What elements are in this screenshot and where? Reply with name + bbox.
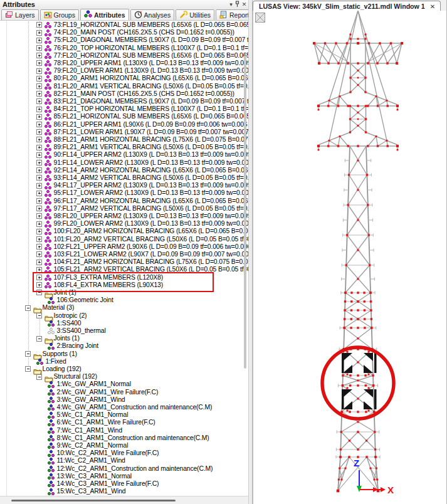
expand-toggle-plus-icon[interactable]: [36, 45, 42, 51]
expand-toggle-minus-icon[interactable]: [25, 366, 31, 372]
close-icon[interactable]: ✕: [241, 1, 248, 8]
tree-item[interactable]: 108:FL4_EXTRA MEMBERS (L90X13): [8, 281, 242, 289]
tab-groups[interactable]: Groups: [40, 9, 79, 20]
tree-item[interactable]: 94:FL17_UPPER ARM2 (L130X9 (L D=0.13 B=0…: [8, 182, 242, 189]
tree-folder[interactable]: Structural (192): [8, 373, 242, 381]
model-view-area[interactable]: ZX: [253, 11, 447, 504]
tree-item[interactable]: 90:FL14_UPPER ARM2 (L130X9 (L D=0.13 B=0…: [8, 151, 242, 159]
tree-item[interactable]: 6:Wc_C1_ARM1_Wire Failure(F.C): [8, 419, 242, 426]
tree-item[interactable]: 5:Wc_C1_ARM1_Normal: [8, 411, 242, 419]
tree-item[interactable]: 14:Wc_C3_ARM1_Wire Failure(F.C): [8, 480, 242, 488]
tree-item[interactable]: 101:FL20_ARM2 VERTICAL BRACING (L50X6 (L…: [8, 236, 242, 243]
expand-toggle-plus-icon[interactable]: [36, 122, 42, 127]
tree-item[interactable]: 1:Fixed: [8, 358, 242, 365]
tree-folder[interactable]: Supports (1): [8, 350, 242, 358]
tree-item[interactable]: 86:FL21_UPPER ARM1 (L90X6 (L D=0.09 B=0.…: [8, 121, 242, 129]
tree-item[interactable]: 103:FL21_LOWER ARM2 (L90X7 (L D=0.09 B=0…: [8, 251, 242, 258]
tree-item[interactable]: 107:FL3_EXTRA MEMBERS (L120X8): [8, 274, 242, 281]
tree-item[interactable]: 3:SS400_thermal: [8, 327, 242, 335]
tree-item[interactable]: 105:FL21_ARM2 VERTICAL BRACING (L50X6 (L…: [8, 266, 242, 273]
view-tab[interactable]: LUSAS View: 345kV_Slim_static_v211.mdl W…: [253, 1, 441, 11]
pane-splitter[interactable]: [248, 0, 253, 504]
tree-folder[interactable]: Isotropic (2): [8, 312, 242, 320]
tree-item[interactable]: 99:FL20_LOWER ARM2 (L130X9 (L D=0.13 B=0…: [8, 220, 242, 228]
tree-item[interactable]: 76:FL20_TOP HORIZONTAL MEMBERS (L100X7 (…: [8, 45, 242, 52]
tree-horizontal-scrollbar[interactable]: [0, 496, 248, 504]
tree-item[interactable]: 91:FL14_LOWER ARM2 (L130X9 (L D=0.13 B=0…: [8, 159, 242, 167]
pin-icon[interactable]: [234, 1, 241, 8]
tree-item[interactable]: 9:Wc_C2_ARM1_Normal: [8, 442, 242, 449]
tree-item[interactable]: 88:FL21_ARM1 HORIZONTAL BRACING (L75X6 (…: [8, 136, 242, 144]
expand-toggle-plus-icon[interactable]: [36, 198, 42, 204]
tree-item[interactable]: 78:FL20_UPPER ARM1 (L130X9 (L D=0.13 B=0…: [8, 60, 242, 67]
tree-item[interactable]: 10:Wc_C2_ARM1_Wire Failure(F.C): [8, 449, 242, 457]
expand-toggle-plus-icon[interactable]: [36, 282, 42, 288]
expand-toggle-plus-icon[interactable]: [36, 76, 42, 81]
expand-toggle-plus-icon[interactable]: [36, 91, 42, 97]
expand-toggle-plus-icon[interactable]: [36, 167, 42, 173]
expand-toggle-minus-icon[interactable]: [36, 290, 42, 295]
tree-vertical-scrollbar[interactable]: [244, 55, 246, 369]
expand-toggle-plus-icon[interactable]: [36, 145, 42, 150]
tree-item[interactable]: 98:FL20_UPPER ARM2 (L130X9 (L D=0.13 B=0…: [8, 213, 242, 220]
expand-toggle-plus-icon[interactable]: [36, 53, 42, 58]
tree-item[interactable]: 87:FL21_LOWER ARM1 (L90X7 (L D=0.09 B=0.…: [8, 129, 242, 136]
expand-toggle-plus-icon[interactable]: [36, 267, 42, 273]
tree-item[interactable]: 12:Wc_C2_ARM1_Construction and maintenan…: [8, 465, 242, 473]
tree-item[interactable]: 84:FL21_TOP HORIZONTAL MEMBERS (L100X7 (…: [8, 105, 242, 113]
tree-item[interactable]: 102:FL21_UPPER ARM2 (L90X6 (L D=0.09 B=0…: [8, 243, 242, 251]
expand-toggle-plus-icon[interactable]: [36, 229, 42, 234]
view-tab-close-icon[interactable]: ✕: [430, 3, 435, 10]
tab-attributes[interactable]: Attributes: [80, 9, 129, 20]
tree-item[interactable]: 80:FL20_ARM1 HORIZONTAL BRACING (L65X6 (…: [8, 75, 242, 82]
tree-item[interactable]: 15:Wc_C3_ARM1_Wind: [8, 488, 242, 495]
tree-item[interactable]: 11:Wc_C2_ARM1_Wind: [8, 457, 242, 465]
expand-toggle-plus-icon[interactable]: [36, 129, 42, 135]
expand-toggle-minus-icon[interactable]: [25, 351, 31, 357]
expand-toggle-plus-icon[interactable]: [36, 22, 42, 28]
tree-item[interactable]: 92:FL14_ARM2 HORIZONTAL BRACING (L65X6 (…: [8, 167, 242, 174]
expand-toggle-plus-icon[interactable]: [36, 183, 42, 189]
expand-toggle-plus-icon[interactable]: [36, 107, 42, 112]
tree-item[interactable]: 73:FL19_HORIZONTAL SUB MEMBERS (L65X6 (L…: [8, 21, 242, 29]
tree-item[interactable]: 77:FL20_HORIZONTAL SUB MEMBERS (L65X6 (L…: [8, 52, 242, 60]
tree-item[interactable]: 81:FL20_ARM1 VERTICAL BRACING (L50X6 (L …: [8, 83, 242, 90]
tree-folder[interactable]: Joints (1): [8, 335, 242, 342]
tree-item[interactable]: 89:FL21_ARM1 VERTICAL BRACING (L50X6 (L …: [8, 144, 242, 151]
tab-utilities[interactable]: Utilities: [176, 9, 214, 20]
tree-item[interactable]: 2:Bracing Joint: [8, 342, 242, 350]
hscroll-thumb[interactable]: [11, 500, 176, 501]
tree-item[interactable]: 7:Wc_C1_ARM1_Wind: [8, 427, 242, 434]
attributes-tree[interactable]: 73:FL19_HORIZONTAL SUB MEMBERS (L65X6 (L…: [0, 21, 248, 496]
tree-item[interactable]: 2:Wc_GW_ARM1_Wire Failure(F.C): [8, 389, 242, 396]
expand-toggle-plus-icon[interactable]: [36, 98, 42, 104]
tree-item[interactable]: 104:FL21_ARM2 HORIZONTAL BRACING (L75X6 …: [8, 258, 242, 266]
expand-toggle-minus-icon[interactable]: [36, 336, 42, 342]
expand-toggle-plus-icon[interactable]: [36, 221, 42, 227]
expand-toggle-plus-icon[interactable]: [36, 191, 42, 196]
tree-item[interactable]: 96:FL17_ARM2 HORIZONTAL BRACING (L65X6 (…: [8, 197, 242, 205]
expand-toggle-plus-icon[interactable]: [36, 38, 42, 43]
expand-toggle-plus-icon[interactable]: [36, 68, 42, 74]
expand-toggle-plus-icon[interactable]: [36, 160, 42, 165]
tree-item[interactable]: 74:FL20_MAIN POST (CH165.2X5.5 (CHS D=0.…: [8, 29, 242, 36]
tree-item[interactable]: 4:Wc_GW_ARM1_Construction and maintenanc…: [8, 404, 242, 411]
tree-item[interactable]: 82:FL21_MAIN POST (CH165.2X5.5 (CHS D=0.…: [8, 90, 242, 98]
tree-folder[interactable]: Joint (1): [8, 289, 242, 297]
expand-toggle-plus-icon[interactable]: [36, 251, 42, 257]
tree-item[interactable]: 13:Wc_C3_ARM1_Normal: [8, 473, 242, 480]
expand-toggle-plus-icon[interactable]: [36, 260, 42, 265]
tree-item[interactable]: 1:SS400: [8, 320, 242, 327]
tree-item[interactable]: 75:FL20_DIAGONAL MEMBERS (L90X7 (L D=0.0…: [8, 36, 242, 44]
tree-item[interactable]: 85:FL21_HORIZONTAL SUB MEMBERS (L65X6 (L…: [8, 113, 242, 120]
expand-toggle-plus-icon[interactable]: [36, 137, 42, 142]
tree-item[interactable]: 8:Wc_C1_ARM1_Construction and maintenanc…: [8, 434, 242, 442]
tree-folder[interactable]: Material (3): [8, 304, 242, 312]
tab-analyses[interactable]: Analyses: [130, 9, 175, 20]
tree-folder[interactable]: Loading (192): [8, 365, 242, 373]
tree-item[interactable]: 79:FL20_LOWER ARM1 (L130X9 (L D=0.13 B=0…: [8, 67, 242, 75]
expand-toggle-plus-icon[interactable]: [36, 60, 42, 66]
tree-item[interactable]: 1:Wc_GW_ARM1_Normal: [8, 381, 242, 388]
expand-toggle-plus-icon[interactable]: [36, 275, 42, 280]
expand-toggle-minus-icon[interactable]: [25, 305, 31, 311]
